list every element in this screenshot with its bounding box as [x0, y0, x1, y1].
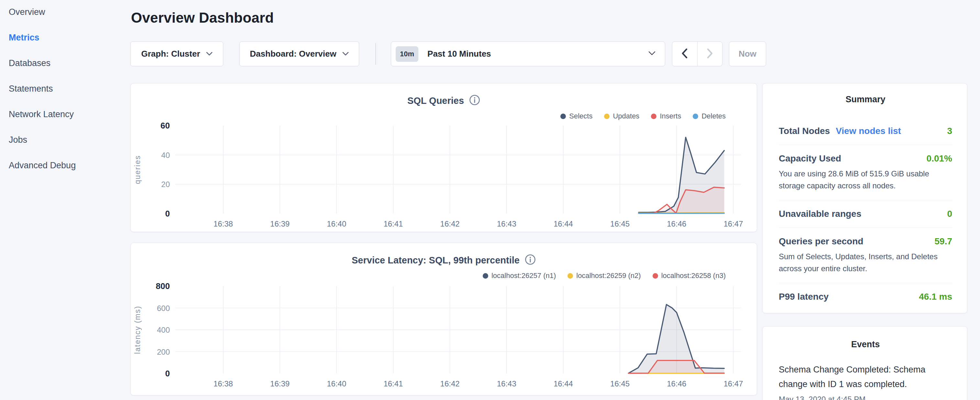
total-nodes-value: 3: [947, 126, 952, 136]
svg-text:16:45: 16:45: [610, 379, 630, 388]
dashboard-dropdown[interactable]: Dashboard: Overview: [239, 41, 359, 66]
capacity-used-value: 0.01%: [927, 153, 952, 164]
svg-text:16:47: 16:47: [724, 379, 743, 388]
event-list-item[interactable]: Schema Change Completed: Schema change w…: [779, 362, 952, 400]
graph-dropdown-label: Graph: Cluster: [141, 49, 200, 59]
dashboard-dropdown-label: Dashboard: Overview: [250, 49, 336, 59]
summary-row-queries-per-second: Queries per second 59.7 Sum of Selects, …: [779, 228, 952, 283]
next-time-button[interactable]: [698, 42, 722, 66]
svg-text:200: 200: [157, 347, 170, 356]
chevron-left-icon: [681, 48, 688, 60]
svg-text:400: 400: [157, 325, 170, 334]
svg-text:16:47: 16:47: [724, 220, 743, 228]
svg-text:16:42: 16:42: [440, 379, 460, 388]
summary-panel: Summary Total Nodes View nodes list 3 Ca…: [762, 83, 967, 313]
page-title: Overview Dashboard: [131, 10, 274, 26]
chevron-down-icon: [648, 51, 656, 57]
svg-text:20: 20: [161, 180, 170, 189]
svg-text:600: 600: [157, 304, 170, 312]
time-pager: [672, 41, 722, 66]
svg-text:16:41: 16:41: [383, 379, 403, 388]
svg-text:16:43: 16:43: [497, 220, 516, 228]
controls-divider: [375, 43, 376, 65]
chevron-right-icon: [706, 48, 713, 60]
sidebar-item-metrics[interactable]: Metrics: [9, 33, 76, 42]
summary-row-unavailable-ranges: Unavailable ranges 0: [779, 200, 952, 228]
summary-label: Capacity Used: [779, 153, 841, 164]
prev-time-button[interactable]: [672, 42, 697, 66]
summary-title: Summary: [779, 94, 952, 105]
now-button[interactable]: Now: [729, 41, 766, 66]
time-range-badge: 10m: [396, 46, 418, 62]
summary-label: Queries per second: [779, 236, 863, 247]
queries-per-second-value: 59.7: [935, 236, 953, 247]
svg-text:16:46: 16:46: [667, 220, 686, 228]
events-title: Events: [779, 339, 952, 349]
svg-text:40: 40: [161, 151, 170, 159]
time-range-label: Past 10 Minutes: [427, 49, 648, 59]
sql-queries-chart: 020406016:3816:3916:4016:4116:4216:4316:…: [131, 83, 757, 233]
controls-bar: Graph: Cluster Dashboard: Overview 10m P…: [0, 41, 980, 66]
svg-text:16:41: 16:41: [383, 220, 403, 228]
svg-text:0: 0: [165, 209, 170, 218]
svg-text:16:40: 16:40: [327, 379, 346, 388]
svg-text:16:43: 16:43: [497, 379, 516, 388]
svg-text:16:40: 16:40: [327, 220, 346, 228]
sidebar-item-statements[interactable]: Statements: [9, 84, 76, 93]
summary-label: Total Nodes: [779, 126, 830, 136]
unavailable-ranges-value: 0: [947, 209, 952, 219]
svg-text:16:38: 16:38: [213, 220, 233, 228]
sidebar-item-advanced-debug[interactable]: Advanced Debug: [9, 161, 76, 170]
events-panel: Events Schema Change Completed: Schema c…: [762, 326, 967, 400]
svg-text:0: 0: [165, 369, 170, 378]
svg-text:16:44: 16:44: [554, 220, 573, 228]
event-timestamp: May 13, 2020 at 4:45 PM: [779, 395, 952, 400]
service-latency-card: Service Latency: SQL, 99th percentile lo…: [130, 243, 757, 395]
svg-text:16:45: 16:45: [610, 220, 630, 228]
summary-label: Unavailable ranges: [779, 209, 861, 219]
svg-text:16:46: 16:46: [667, 379, 686, 388]
chevron-down-icon: [206, 51, 213, 57]
graph-dropdown[interactable]: Graph: Cluster: [130, 41, 223, 66]
time-range-selector[interactable]: 10m Past 10 Minutes: [391, 41, 665, 66]
sidebar-item-jobs[interactable]: Jobs: [9, 135, 76, 144]
sidebar-item-overview[interactable]: Overview: [9, 8, 76, 16]
summary-description: You are using 28.6 MiB of 515.9 GiB usab…: [779, 167, 952, 191]
svg-text:16:44: 16:44: [554, 379, 573, 388]
svg-text:queries: queries: [133, 155, 142, 184]
svg-text:16:39: 16:39: [270, 379, 290, 388]
summary-row-capacity-used: Capacity Used 0.01% You are using 28.6 M…: [779, 145, 952, 200]
summary-label: P99 latency: [779, 292, 829, 302]
summary-row-p99-latency: P99 latency 46.1 ms: [779, 283, 952, 310]
chevron-down-icon: [342, 51, 349, 57]
svg-text:16:42: 16:42: [440, 220, 460, 228]
p99-latency-value: 46.1 ms: [919, 292, 952, 302]
summary-row-total-nodes: Total Nodes View nodes list 3: [779, 118, 952, 145]
sidebar-item-network-latency[interactable]: Network Latency: [9, 110, 76, 119]
svg-text:latency (ms): latency (ms): [133, 306, 142, 354]
svg-text:800: 800: [156, 281, 170, 291]
sql-queries-card: SQL Queries SelectsUpdatesInsertsDeletes…: [130, 83, 757, 232]
service-latency-chart: 020040060080016:3816:3916:4016:4116:4216…: [131, 243, 757, 396]
view-nodes-list-link[interactable]: View nodes list: [836, 126, 901, 136]
svg-text:16:39: 16:39: [270, 220, 290, 228]
event-text: Schema Change Completed: Schema change w…: [779, 362, 952, 392]
summary-description: Sum of Selects, Updates, Inserts, and De…: [779, 250, 952, 274]
svg-text:60: 60: [161, 121, 170, 131]
svg-text:16:38: 16:38: [213, 379, 233, 388]
sidebar-nav: Overview Metrics Databases Statements Ne…: [9, 8, 76, 187]
